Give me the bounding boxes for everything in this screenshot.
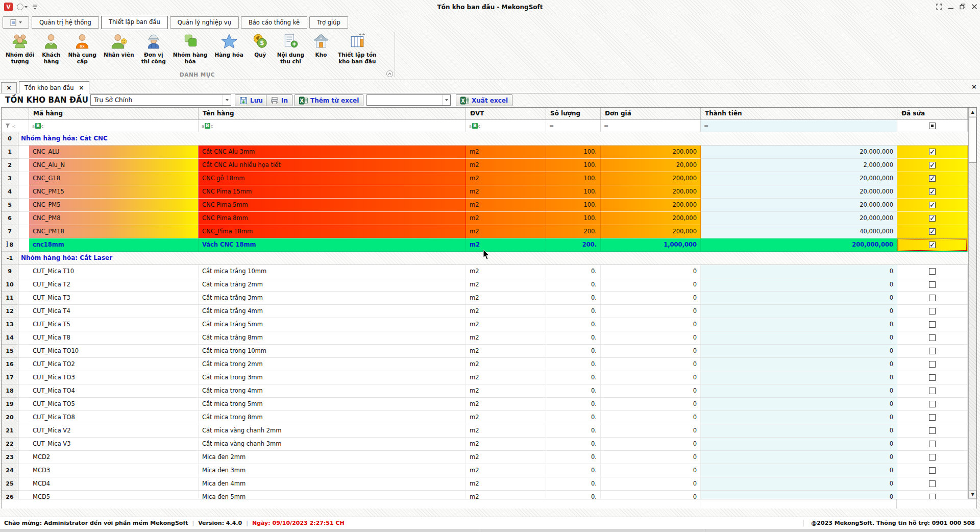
vertical-scrollbar[interactable]: ▲ ▼ bbox=[968, 108, 976, 499]
edited-checkbox[interactable] bbox=[929, 202, 936, 208]
cell-da-sua[interactable] bbox=[897, 424, 968, 438]
cell-da-sua[interactable] bbox=[897, 358, 968, 371]
print-button[interactable]: In bbox=[266, 94, 292, 106]
cell-thanh-tien[interactable]: 0 bbox=[701, 318, 897, 331]
cell-don-gia[interactable]: 200,000 bbox=[601, 172, 701, 185]
edited-checkbox[interactable] bbox=[929, 149, 936, 155]
cell-ma-hang[interactable]: CUT_Mica V3 bbox=[29, 438, 199, 451]
column-header-ten-hang[interactable]: Tên hàng bbox=[199, 108, 466, 119]
cell-dvt[interactable]: m2 bbox=[466, 238, 546, 252]
cell-dvt[interactable]: m2 bbox=[466, 199, 546, 212]
filter-ten-hang[interactable]: aBc bbox=[199, 120, 466, 132]
row-number[interactable]: 0 bbox=[2, 132, 18, 146]
cell-da-sua[interactable] bbox=[897, 491, 968, 499]
cell-don-gia[interactable]: 0 bbox=[601, 477, 701, 491]
cell-dvt[interactable]: m2 bbox=[466, 464, 546, 477]
cell-da-sua[interactable] bbox=[897, 265, 968, 278]
filter-ma-hang[interactable]: aBc bbox=[29, 120, 199, 132]
save-button[interactable]: Lưu bbox=[235, 94, 267, 106]
row-number[interactable]: 17 bbox=[2, 371, 18, 384]
cell-ma-hang[interactable]: MCD3 bbox=[29, 464, 199, 477]
cell-dvt[interactable]: m2 bbox=[466, 278, 546, 292]
cell-thanh-tien[interactable]: 0 bbox=[701, 464, 897, 477]
table-row[interactable]: 5 CNC_PM5 CNC Pima 5mm m2 100. 200,000 2… bbox=[2, 199, 969, 212]
row-number[interactable]: 13 bbox=[2, 318, 18, 331]
cell-da-sua[interactable] bbox=[897, 331, 968, 345]
cell-ma-hang[interactable]: CUT_Mica T2 bbox=[29, 278, 199, 292]
table-row[interactable]: 19 CUT_Mica TO5 Cắt mica trong 5mm m2 0.… bbox=[2, 398, 969, 411]
cell-ten-hang[interactable]: CNC Pima 15mm bbox=[199, 185, 466, 199]
cell-da-sua[interactable] bbox=[897, 146, 968, 159]
cell-dvt[interactable]: m2 bbox=[466, 438, 546, 451]
cell-ten-hang[interactable]: Cắt CNC Alu nhiều họa tiết bbox=[199, 159, 466, 172]
cell-don-gia[interactable]: 0 bbox=[601, 398, 701, 411]
column-header-thanh-tien[interactable]: Thành tiền bbox=[701, 108, 897, 119]
cell-da-sua[interactable] bbox=[897, 225, 968, 238]
cell-ten-hang[interactable]: Cắt mica trong 2mm bbox=[199, 358, 466, 371]
cell-don-gia[interactable]: 0 bbox=[601, 411, 701, 424]
cell-so-luong[interactable]: 0. bbox=[546, 371, 601, 384]
cell-thanh-tien[interactable]: 0 bbox=[701, 345, 897, 358]
ribbon-collapse-button[interactable] bbox=[386, 70, 393, 77]
cell-ten-hang[interactable]: Cắt mica trắng 4mm bbox=[199, 305, 466, 318]
cell-so-luong[interactable]: 0. bbox=[546, 464, 601, 477]
cell-ma-hang[interactable]: CUT_Mica TO4 bbox=[29, 384, 199, 398]
ribbon-item-nha-cung-cap[interactable]: DX Nhà cung cấp bbox=[64, 32, 100, 66]
cell-da-sua[interactable] bbox=[897, 438, 968, 451]
table-row[interactable]: 13 CUT_Mica T5 Cắt mica trắng 5mm m2 0. … bbox=[2, 318, 969, 331]
edited-checkbox[interactable] bbox=[929, 480, 936, 487]
edited-checkbox[interactable] bbox=[929, 454, 936, 461]
cell-thanh-tien[interactable]: 0 bbox=[701, 451, 897, 464]
cell-don-gia[interactable]: 200,000 bbox=[601, 146, 701, 159]
edited-checkbox[interactable] bbox=[929, 215, 936, 222]
cell-dvt[interactable]: m2 bbox=[466, 411, 546, 424]
cell-thanh-tien[interactable]: 40,000,000 bbox=[701, 225, 897, 238]
cell-ma-hang[interactable]: cnc18mm bbox=[29, 238, 199, 252]
column-header-da-sua[interactable]: Đã sửa bbox=[897, 108, 968, 119]
row-number[interactable]: I8 bbox=[2, 238, 18, 252]
fullscreen-button[interactable] bbox=[936, 3, 943, 10]
cell-da-sua[interactable] bbox=[897, 212, 968, 225]
cell-so-luong[interactable]: 0. bbox=[546, 424, 601, 438]
edited-checkbox[interactable] bbox=[929, 162, 936, 168]
cell-thanh-tien[interactable]: 0 bbox=[701, 265, 897, 278]
cell-so-luong[interactable]: 200. bbox=[546, 225, 601, 238]
cell-thanh-tien[interactable]: 0 bbox=[701, 398, 897, 411]
table-row[interactable]: 2 CNC_Alu_N Cắt CNC Alu nhiều họa tiết m… bbox=[2, 159, 969, 172]
cell-da-sua[interactable] bbox=[897, 199, 968, 212]
cell-ten-hang[interactable]: Cắt mica trắng 8mm bbox=[199, 331, 466, 345]
filter-dvt[interactable]: aBc bbox=[466, 120, 546, 132]
cell-ma-hang[interactable]: CNC_ALU bbox=[29, 146, 199, 159]
cell-ten-hang[interactable]: Cắt mica trong 4mm bbox=[199, 384, 466, 398]
cell-thanh-tien[interactable]: 0 bbox=[701, 305, 897, 318]
filter-so-luong[interactable]: = bbox=[546, 120, 601, 132]
cell-so-luong[interactable]: 100. bbox=[546, 185, 601, 199]
cell-thanh-tien[interactable]: 0 bbox=[701, 371, 897, 384]
scrollbar-thumb[interactable] bbox=[969, 117, 976, 163]
row-number[interactable]: 26 bbox=[2, 491, 18, 499]
cell-thanh-tien[interactable]: 0 bbox=[701, 477, 897, 491]
edited-checkbox[interactable] bbox=[929, 348, 936, 354]
cell-ma-hang[interactable]: CUT_Mica TO5 bbox=[29, 398, 199, 411]
cell-ma-hang[interactable]: CUT_Mica T8 bbox=[29, 331, 199, 345]
cell-so-luong[interactable]: 200. bbox=[546, 238, 601, 252]
cell-da-sua[interactable] bbox=[897, 305, 968, 318]
cell-so-luong[interactable]: 100. bbox=[546, 172, 601, 185]
cell-ten-hang[interactable]: CNC_Pima 18mm bbox=[199, 225, 466, 238]
cell-ma-hang[interactable]: MCD2 bbox=[29, 451, 199, 464]
cell-ma-hang[interactable]: CUT_Mica V2 bbox=[29, 424, 199, 438]
edited-checkbox[interactable] bbox=[929, 427, 936, 434]
cell-da-sua[interactable] bbox=[897, 318, 968, 331]
cell-so-luong[interactable]: 0. bbox=[546, 265, 601, 278]
cell-so-luong[interactable]: 0. bbox=[546, 384, 601, 398]
table-row[interactable]: 14 CUT_Mica T8 Cắt mica trắng 8mm m2 0. … bbox=[2, 331, 969, 345]
cell-don-gia[interactable]: 1,000,000 bbox=[601, 238, 701, 252]
restore-button[interactable] bbox=[959, 3, 966, 10]
cell-so-luong[interactable]: 0. bbox=[546, 358, 601, 371]
cell-thanh-tien[interactable]: 2,000,000 bbox=[701, 159, 897, 172]
cell-dvt[interactable]: m2 bbox=[466, 491, 546, 499]
cell-don-gia[interactable]: 0 bbox=[601, 491, 701, 499]
table-row[interactable]: 7 CNC_PM18 CNC_Pima 18mm m2 200. 200,000… bbox=[2, 225, 969, 238]
edited-checkbox[interactable] bbox=[929, 467, 936, 474]
cell-thanh-tien[interactable]: 20,000,000 bbox=[701, 185, 897, 199]
